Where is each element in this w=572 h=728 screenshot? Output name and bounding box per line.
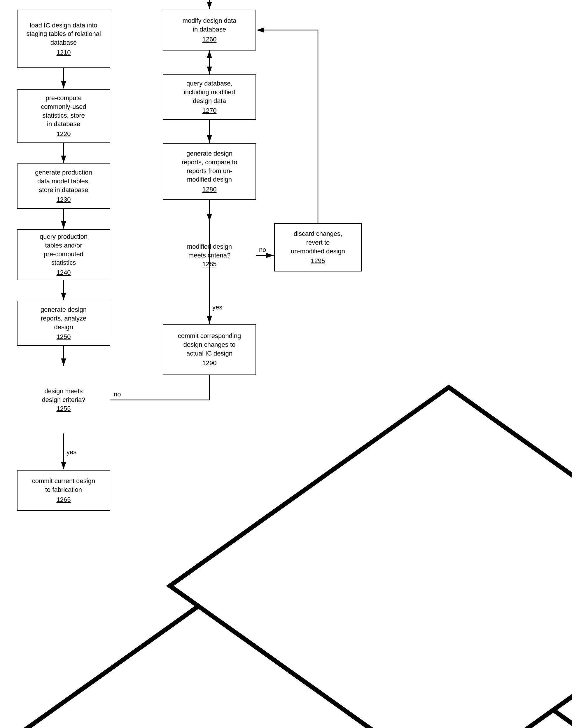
box-1295: discard changes,revert toun-modified des… <box>274 223 362 271</box>
box-1290: commit correspondingdesign changes toact… <box>163 324 256 375</box>
box-1210: load IC design data into staging tables … <box>17 10 110 68</box>
box-1250: generate designreports, analyzedesign 12… <box>17 301 110 346</box>
box-1280: generate designreports, compare toreport… <box>163 143 256 200</box>
flowchart: yes no yes no load IC design <box>0 0 572 728</box>
box-1220: pre-computecommonly-usedstatistics, stor… <box>17 89 110 143</box>
box-1240: query productiontables and/orpre-compute… <box>17 229 110 280</box>
box-1260: modify design datain database 1260 <box>163 10 256 51</box>
box-1230: generate productiondata model tables,sto… <box>17 164 110 209</box>
diamond-1285: modified designmeets criteria? 1285 <box>163 222 256 289</box>
svg-marker-22 <box>170 387 572 728</box>
diamond-1255: design meetsdesign criteria? 1255 <box>17 366 110 433</box>
box-1265: commit current designto fabrication 1265 <box>17 470 110 511</box>
box-1270: query database,including modifieddesign … <box>163 74 256 120</box>
